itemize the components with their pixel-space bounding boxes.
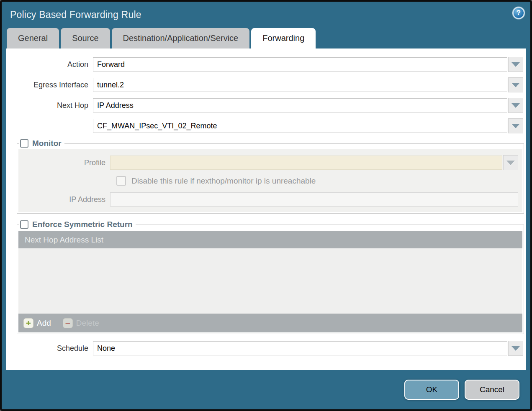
dialog-titlebar: Policy Based Forwarding Rule ?: [2, 2, 530, 28]
monitor-panel: Profile Disable this rule if nexthop/mon…: [18, 149, 522, 212]
tab-general[interactable]: General: [7, 28, 59, 49]
pbf-rule-dialog: Policy Based Forwarding Rule ? General S…: [0, 0, 532, 411]
monitor-checkbox[interactable]: [20, 139, 28, 148]
monitor-ip-address-input: [110, 192, 518, 207]
disable-rule-row: Disable this rule if nexthop/monitor ip …: [116, 176, 522, 186]
symmetric-return-checkbox[interactable]: [20, 220, 28, 229]
egress-interface-dropdown-button[interactable]: [508, 77, 523, 92]
tab-bar: General Source Destination/Application/S…: [2, 28, 530, 49]
dialog-footer: OK Cancel: [2, 370, 530, 409]
next-hop-address-dropdown-button[interactable]: [508, 118, 523, 133]
monitor-legend-label: Monitor: [32, 139, 62, 148]
chevron-down-icon: [511, 124, 520, 128]
chevron-down-icon: [511, 62, 520, 67]
next-hop-address-list-table: Next Hop Address List + Add − Delete: [18, 231, 522, 332]
next-hop-address-input[interactable]: CF_MWAN_IPsec_VTI_02_Remote: [93, 119, 507, 133]
schedule-dropdown-button[interactable]: [508, 341, 523, 356]
dialog-title: Policy Based Forwarding Rule: [10, 9, 141, 20]
schedule-label: Schedule: [6, 344, 93, 353]
delete-button-label: Delete: [76, 319, 99, 328]
next-hop-row: Next Hop IP Address: [6, 98, 523, 113]
chevron-down-icon: [511, 103, 520, 108]
symmetric-return-legend: Enforce Symmetric Return: [19, 220, 136, 229]
egress-interface-select[interactable]: tunnel.2: [93, 78, 507, 92]
monitor-fieldset: Monitor Profile Disable this rule if nex…: [17, 139, 524, 214]
forwarding-tab-panel: Action Forward Egress Interface tunnel.2…: [6, 49, 526, 370]
minus-icon: −: [63, 318, 73, 328]
chevron-down-icon: [506, 161, 515, 165]
egress-interface-row: Egress Interface tunnel.2: [6, 77, 523, 92]
table-header: Next Hop Address List: [18, 231, 522, 248]
next-hop-label: Next Hop: [6, 101, 93, 110]
next-hop-type-select[interactable]: IP Address: [93, 98, 507, 112]
chevron-down-icon: [511, 83, 520, 87]
cancel-button[interactable]: Cancel: [465, 380, 519, 400]
add-button-label: Add: [37, 319, 51, 328]
profile-dropdown-button: [503, 155, 518, 170]
action-label: Action: [6, 60, 93, 69]
help-icon[interactable]: ?: [512, 7, 525, 19]
table-footer: + Add − Delete: [18, 314, 522, 332]
add-button[interactable]: + Add: [23, 318, 51, 328]
action-dropdown-button[interactable]: [508, 57, 523, 72]
tab-source[interactable]: Source: [61, 28, 110, 49]
tab-destination-application-service[interactable]: Destination/Application/Service: [112, 28, 250, 49]
ok-button[interactable]: OK: [404, 380, 459, 400]
plus-icon: +: [23, 318, 33, 328]
monitor-legend: Monitor: [19, 139, 64, 148]
disable-rule-checkbox: [116, 176, 126, 186]
schedule-row: Schedule None: [6, 341, 523, 356]
action-row: Action Forward: [6, 57, 523, 72]
disable-rule-label: Disable this rule if nexthop/monitor ip …: [131, 176, 316, 186]
symmetric-return-legend-label: Enforce Symmetric Return: [32, 220, 133, 229]
tab-forwarding[interactable]: Forwarding: [251, 28, 316, 49]
monitor-ip-address-row: IP Address: [18, 192, 518, 207]
table-header-label: Next Hop Address List: [25, 235, 103, 245]
schedule-select[interactable]: None: [93, 341, 507, 355]
monitor-ip-address-label: IP Address: [18, 195, 110, 204]
next-hop-address-row: CF_MWAN_IPsec_VTI_02_Remote: [6, 118, 523, 133]
table-body: [18, 248, 522, 314]
action-select[interactable]: Forward: [93, 57, 507, 71]
chevron-down-icon: [511, 346, 520, 351]
profile-label: Profile: [18, 158, 110, 167]
profile-select: [110, 156, 502, 170]
delete-button: − Delete: [63, 318, 99, 328]
symmetric-return-fieldset: Enforce Symmetric Return Next Hop Addres…: [17, 220, 524, 334]
egress-interface-label: Egress Interface: [6, 81, 93, 89]
next-hop-dropdown-button[interactable]: [508, 98, 523, 113]
profile-row: Profile: [18, 155, 518, 170]
